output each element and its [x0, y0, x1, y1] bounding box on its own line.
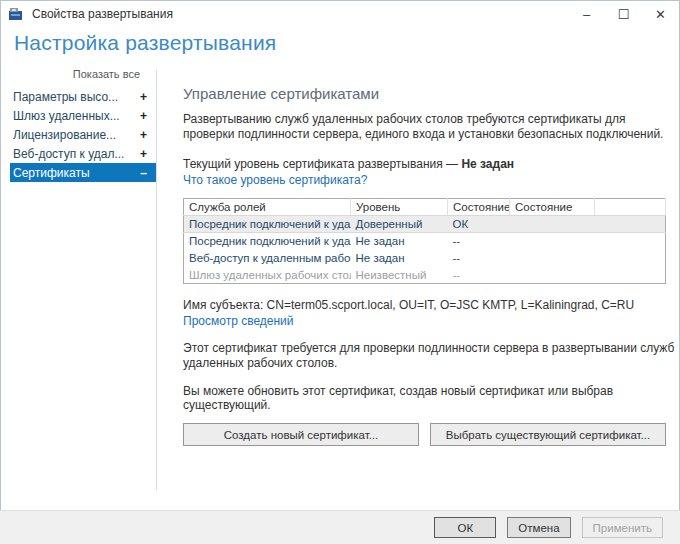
cell-role-service: Посредник подключений к удален — [184, 216, 351, 233]
sidebar-nav: Показать все Параметры высо... + Шлюз уд… — [0, 68, 156, 182]
ok-button[interactable]: ОК — [434, 517, 496, 538]
expand-icon[interactable]: + — [140, 90, 147, 104]
sidebar-item-label: Шлюз удаленных... — [13, 109, 120, 123]
cell-state2 — [510, 250, 595, 267]
show-all-link[interactable]: Показать все — [0, 68, 156, 80]
cell-role-service: Веб-доступ к удаленным рабочим — [184, 250, 351, 267]
update-hint-text: Вы можете обновить этот сертификат, созд… — [183, 384, 666, 412]
sidebar-item-label: Параметры высо... — [13, 90, 118, 104]
expand-icon[interactable]: + — [140, 147, 147, 161]
sidebar-item-certificates[interactable]: Сертификаты – — [10, 163, 156, 182]
table-header-state2[interactable]: Состояние — [510, 199, 595, 216]
table-header-level[interactable]: Уровень — [351, 199, 448, 216]
sidebar-item-label: Лицензирование... — [13, 128, 116, 142]
sidebar-divider — [156, 70, 157, 490]
cell-state2 — [510, 267, 595, 284]
close-icon[interactable]: ✕ — [642, 1, 679, 27]
window-title: Свойства развертывания — [32, 7, 173, 21]
sidebar-item-label: Веб-доступ к удал... — [13, 147, 124, 161]
certificates-table: Служба ролей Уровень Состояние Состояние… — [183, 198, 666, 284]
server-manager-icon — [9, 6, 25, 22]
certificates-panel: Управление сертификатами Развертыванию с… — [183, 85, 666, 446]
cancel-button[interactable]: Отмена — [507, 517, 570, 538]
table-row[interactable]: Посредник подключений к удален Доверенны… — [184, 216, 666, 233]
cell-state2 — [510, 233, 595, 250]
table-row[interactable]: Посредник подключений к удален Не задан … — [184, 233, 666, 250]
cell-role-service: Шлюз удаленных рабочих столов — [184, 267, 351, 284]
cell-state2 — [510, 216, 595, 233]
sidebar-item-label: Сертификаты — [13, 166, 90, 180]
page-title: Настройка развертывания — [14, 31, 276, 55]
table-header-row: Служба ролей Уровень Состояние Состояние — [184, 199, 666, 216]
intro-text: Развертыванию служб удаленных рабочих ст… — [183, 112, 675, 142]
cell-level: Неизвестный — [351, 267, 448, 284]
table-row[interactable]: Веб-доступ к удаленным рабочим Не задан … — [184, 250, 666, 267]
view-details-link[interactable]: Просмотр сведений — [183, 314, 294, 328]
cell-level: Не задан — [351, 250, 448, 267]
sidebar-item-rd-gateway[interactable]: Шлюз удаленных... + — [10, 106, 156, 125]
dialog-footer: ОК Отмена Применить — [0, 510, 680, 544]
subject-name: Имя субъекта: CN=term05.scport.local, OU… — [183, 298, 666, 312]
expand-icon[interactable]: + — [140, 128, 147, 142]
window-controls: – ☐ ✕ — [568, 1, 679, 27]
certificate-required-text: Этот сертификат требуется для проверки п… — [183, 341, 675, 371]
maximize-icon[interactable]: ☐ — [605, 1, 642, 27]
sidebar-item-high-availability[interactable]: Параметры высо... + — [10, 87, 156, 106]
current-level-line: Текущий уровень сертификата развертывани… — [183, 157, 666, 171]
collapse-icon[interactable]: – — [140, 166, 147, 180]
cell-level: Не задан — [351, 233, 448, 250]
level-help-link-row: Что такое уровень сертификата? — [183, 173, 666, 187]
cell-state: -- — [448, 250, 510, 267]
cell-level: Доверенный — [351, 216, 448, 233]
current-level-value: Не задан — [461, 157, 514, 171]
certificate-level-help-link[interactable]: Что такое уровень сертификата? — [183, 173, 367, 187]
cell-state: -- — [448, 267, 510, 284]
details-link-row: Просмотр сведений — [183, 314, 666, 328]
select-certificate-button[interactable]: Выбрать существующий сертификат... — [430, 423, 666, 446]
deployment-properties-window: Свойства развертывания – ☐ ✕ Настройка р… — [0, 0, 680, 544]
table-header-state[interactable]: Состояние — [448, 199, 510, 216]
table-row[interactable]: Шлюз удаленных рабочих столов Неизвестны… — [184, 267, 666, 284]
cell-state: ОК — [448, 216, 510, 233]
section-heading: Управление сертификатами — [183, 85, 666, 102]
apply-button[interactable]: Применить — [582, 517, 663, 538]
title-bar: Свойства развертывания – ☐ ✕ — [0, 0, 680, 28]
sidebar-item-rd-web-access[interactable]: Веб-доступ к удал... + — [10, 144, 156, 163]
current-level-label: Текущий уровень сертификата развертывани… — [183, 157, 461, 171]
cell-state: -- — [448, 233, 510, 250]
expand-icon[interactable]: + — [140, 109, 147, 123]
table-header-role-service[interactable]: Служба ролей — [184, 199, 351, 216]
certificate-actions: Создать новый сертификат... Выбрать суще… — [183, 423, 666, 446]
cell-role-service: Посредник подключений к удален — [184, 233, 351, 250]
create-certificate-button[interactable]: Создать новый сертификат... — [183, 423, 419, 446]
minimize-icon[interactable]: – — [568, 1, 605, 27]
sidebar-item-licensing[interactable]: Лицензирование... + — [10, 125, 156, 144]
table-header-empty — [595, 199, 666, 216]
